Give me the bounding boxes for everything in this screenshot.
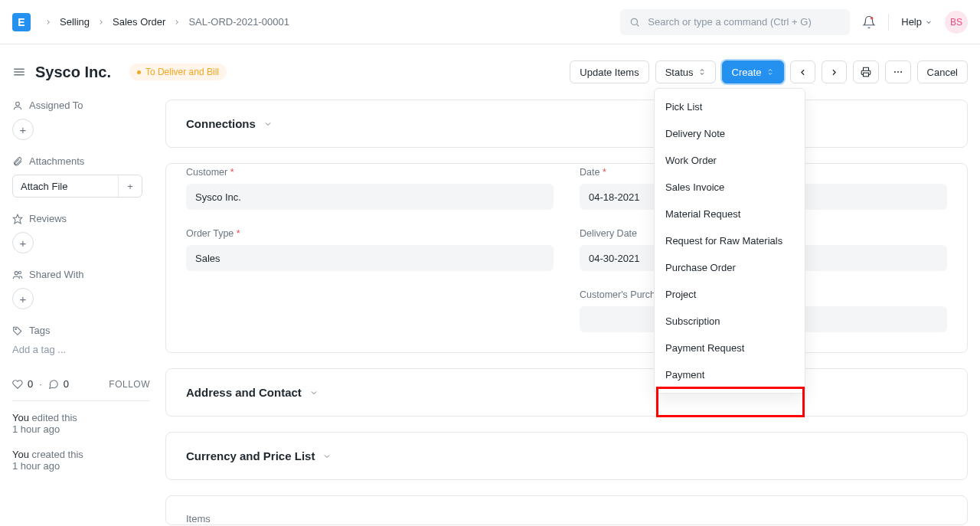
- create-dropdown: Pick List Delivery Note Work Order Sales…: [654, 88, 805, 394]
- menu-sales-invoice[interactable]: Sales Invoice: [655, 174, 805, 201]
- app-logo[interactable]: E: [12, 13, 31, 31]
- attach-file-button[interactable]: +: [119, 181, 142, 192]
- activity-item: You created this 1 hour ago: [12, 449, 150, 472]
- heart-icon[interactable]: [12, 379, 23, 390]
- shared-with-header: Shared With: [12, 269, 150, 280]
- chevron-down-icon: [263, 119, 273, 129]
- select-icon: [698, 68, 706, 76]
- add-share-button[interactable]: +: [12, 288, 34, 309]
- menu-purchase-order[interactable]: Purchase Order: [655, 254, 805, 281]
- svg-line-1: [637, 24, 639, 26]
- chevron-right-icon: [829, 67, 839, 77]
- search-input[interactable]: [648, 16, 841, 28]
- customer-label: Customer *: [186, 167, 554, 178]
- sidebar: Assigned To + Attachments Attach File + …: [12, 100, 165, 525]
- attachments-header: Attachments: [12, 155, 150, 167]
- connections-title: Connections: [186, 117, 256, 130]
- status-dot: [137, 70, 141, 74]
- svg-point-8: [897, 71, 899, 73]
- hamburger-icon[interactable]: [12, 65, 26, 79]
- print-button[interactable]: [853, 60, 879, 83]
- divider: [12, 400, 150, 401]
- svg-point-7: [894, 71, 896, 73]
- svg-point-10: [16, 102, 20, 106]
- svg-point-0: [632, 18, 638, 25]
- likes-count: 0: [28, 378, 33, 390]
- activity-time: 1 hour ago: [12, 423, 60, 435]
- breadcrumb-sales-order[interactable]: Sales Order: [113, 16, 165, 28]
- tag-icon: [12, 325, 23, 336]
- next-button[interactable]: [822, 60, 847, 83]
- menu-pick-list[interactable]: Pick List: [655, 93, 805, 120]
- svg-point-12: [15, 271, 18, 274]
- cancel-button[interactable]: Cancel: [917, 60, 968, 83]
- menu-work-order[interactable]: Work Order: [655, 147, 805, 174]
- order-type-input[interactable]: [186, 245, 554, 271]
- menu-payment-request[interactable]: Payment Request: [655, 335, 805, 361]
- status-text: To Deliver and Bill: [145, 67, 219, 77]
- reviews-label: Reviews: [29, 213, 67, 224]
- address-contact-toggle[interactable]: Address and Contact: [166, 369, 967, 416]
- chevron-right-icon: [173, 18, 181, 26]
- user-icon: [12, 100, 23, 111]
- bell-icon[interactable]: [862, 15, 876, 29]
- menu-request-raw-materials[interactable]: Request for Raw Materials: [655, 227, 805, 254]
- attachments-label: Attachments: [29, 155, 84, 167]
- users-icon: [12, 270, 23, 280]
- printer-icon: [861, 67, 871, 77]
- menu-material-request[interactable]: Material Request: [655, 201, 805, 227]
- svg-point-2: [871, 17, 873, 19]
- currency-toggle[interactable]: Currency and Price List: [166, 433, 967, 479]
- menu-subscription[interactable]: Subscription: [655, 308, 805, 335]
- prev-button[interactable]: [790, 60, 815, 83]
- menu-delivery-note[interactable]: Delivery Note: [655, 120, 805, 147]
- breadcrumb-selling[interactable]: Selling: [60, 16, 90, 28]
- activity-action: edited this: [32, 412, 77, 423]
- order-type-label: Order Type *: [186, 228, 554, 239]
- details-card: Customer * Date * Order Type * Delivery …: [165, 163, 968, 353]
- assigned-to-header: Assigned To: [12, 100, 150, 111]
- tags-label: Tags: [29, 325, 50, 336]
- add-assignee-button[interactable]: +: [12, 119, 34, 140]
- menu-payment[interactable]: Payment: [655, 361, 805, 388]
- status-button-label: Status: [665, 67, 694, 78]
- more-button[interactable]: [885, 60, 911, 83]
- customer-input[interactable]: [186, 184, 554, 210]
- dot-separator: ·: [39, 378, 42, 390]
- search-icon: [629, 17, 640, 28]
- help-dropdown[interactable]: Help: [901, 16, 933, 28]
- paperclip-icon: [12, 156, 23, 167]
- reviews-header: Reviews: [12, 213, 150, 224]
- global-search[interactable]: [620, 9, 850, 35]
- navbar: E Selling Sales Order SAL-ORD-2021-00001…: [0, 0, 980, 44]
- svg-rect-6: [863, 73, 868, 77]
- connections-toggle[interactable]: Connections: [166, 100, 967, 147]
- create-button[interactable]: Create: [722, 60, 784, 83]
- status-button[interactable]: Status: [655, 60, 716, 83]
- add-review-button[interactable]: +: [12, 232, 34, 253]
- activity-who: You: [12, 449, 29, 460]
- svg-point-13: [18, 271, 21, 273]
- page-header: Sysco Inc. To Deliver and Bill Update It…: [0, 44, 980, 100]
- separator: [888, 14, 889, 31]
- items-toggle[interactable]: Items: [166, 496, 967, 524]
- breadcrumb: Selling Sales Order SAL-ORD-2021-00001: [44, 16, 620, 28]
- address-contact-card: Address and Contact: [165, 368, 968, 417]
- user-avatar[interactable]: BS: [945, 11, 968, 34]
- follow-button[interactable]: FOLLOW: [109, 379, 150, 390]
- activity-who: You: [12, 412, 29, 423]
- items-title: Items: [186, 513, 211, 524]
- currency-title: Currency and Price List: [186, 449, 315, 462]
- comment-icon[interactable]: [48, 379, 59, 390]
- page-title: Sysco Inc.: [35, 64, 111, 81]
- tags-header: Tags: [12, 325, 150, 336]
- assigned-to-label: Assigned To: [29, 100, 83, 111]
- svg-point-9: [900, 71, 902, 73]
- menu-project[interactable]: Project: [655, 281, 805, 308]
- chevron-down-icon: [925, 18, 933, 26]
- update-items-button[interactable]: Update Items: [570, 60, 648, 83]
- connections-card: Connections: [165, 100, 968, 148]
- create-button-label: Create: [732, 67, 762, 78]
- add-tag-input[interactable]: Add a tag ...: [12, 344, 150, 355]
- select-icon: [766, 68, 774, 76]
